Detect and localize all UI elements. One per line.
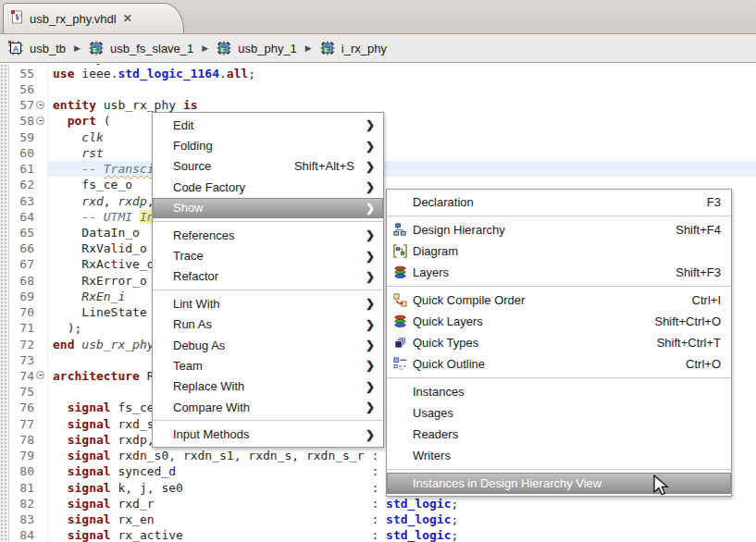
submenu-arrow-icon: ❯	[364, 428, 375, 441]
code-line-57[interactable]: 57entity usb_rx_phy is	[0, 97, 756, 113]
fold-margin	[34, 66, 48, 81]
line-number: 55	[9, 66, 34, 81]
code-line-83[interactable]: 83 signal rx_en : std_logic;	[0, 511, 756, 527]
menu-item-diagram[interactable]: Diagram	[387, 240, 731, 262]
fold-margin	[34, 384, 48, 400]
menu-item-replace-with[interactable]: Replace With❯	[153, 376, 383, 397]
menu-icon-placeholder	[392, 476, 407, 491]
menu-item-debug-as[interactable]: Debug As❯	[153, 335, 383, 355]
menu-item-folding[interactable]: Folding❯	[153, 135, 383, 155]
menu-item-usages[interactable]: Usages	[387, 402, 731, 424]
svg-text:A: A	[13, 44, 19, 54]
menu-item-shortcut: Shift+Alt+S	[294, 159, 354, 173]
code-text[interactable]: signal rx_en : std_logic;	[48, 511, 756, 527]
menu-item-quick-layers[interactable]: Quick LayersShift+Ctrl+O	[387, 311, 731, 332]
fold-margin	[34, 193, 48, 209]
menu-item-run-as[interactable]: Run As❯	[153, 314, 383, 335]
line-number: 61	[9, 161, 34, 177]
submenu-arrow-icon: ❯	[364, 297, 375, 310]
menu-item-team[interactable]: Team❯	[153, 355, 383, 376]
line-number: 73	[9, 352, 34, 368]
fold-margin	[34, 240, 48, 256]
fold-margin	[34, 511, 48, 527]
menu-icon-placeholder	[392, 427, 407, 442]
menu-item-references[interactable]: References❯	[153, 225, 383, 245]
menu-item-code-factory[interactable]: Code Factory❯	[153, 177, 383, 197]
menu-item-instances[interactable]: Instances	[387, 381, 731, 402]
diagram-icon	[392, 244, 407, 259]
line-number: 72	[9, 337, 34, 352]
menu-item-quick-outline[interactable]: Quick OutlineCtrl+O	[387, 353, 731, 375]
menu-separator	[387, 286, 731, 287]
menu-item-writers[interactable]: Writers	[387, 445, 731, 466]
fold-margin	[34, 289, 48, 304]
menu-item-declaration[interactable]: DeclarationF3	[387, 191, 731, 213]
menu-item-readers[interactable]: Readers	[387, 424, 731, 445]
menu-item-label: Quick Outline	[413, 357, 669, 371]
show-submenu: DeclarationF3Design HierarchyShift+F4Dia…	[386, 189, 732, 497]
code-text[interactable]	[48, 81, 756, 97]
menu-item-label: Declaration	[413, 195, 690, 209]
editor-tab[interactable]: V usb_rx_phy.vhdl ✕	[3, 3, 184, 33]
submenu-arrow-icon: ❯	[364, 318, 375, 331]
line-number: 77	[9, 416, 34, 432]
code-line-84[interactable]: 84 signal rx_active : std_logic;	[0, 527, 756, 542]
submenu-arrow-icon: ❯	[364, 202, 375, 215]
line-number: 68	[9, 273, 34, 289]
menu-item-label: Readers	[413, 427, 723, 441]
menu-item-label: Run As	[173, 317, 364, 331]
menu-item-lint-with[interactable]: Lint With❯	[153, 293, 383, 314]
submenu-arrow-icon: ❯	[364, 140, 375, 153]
menu-item-quick-compile-order[interactable]: Quick Compile OrderCtrl+I	[387, 289, 731, 311]
menu-separator	[387, 377, 731, 378]
menu-item-shortcut: Ctrl+I	[692, 293, 721, 307]
fold-collapse-icon[interactable]	[34, 113, 48, 129]
menu-icon-placeholder	[392, 406, 407, 421]
submenu-arrow-icon: ❯	[364, 339, 375, 351]
code-text[interactable]: signal rx_active : std_logic;	[48, 527, 756, 542]
fold-margin	[34, 320, 48, 336]
code-text[interactable]: use ieee.std_logic_1164.all;	[48, 66, 756, 81]
menu-item-label: Instances in Design Hierarchy View	[413, 476, 723, 490]
menu-item-label: Source	[173, 159, 278, 173]
menu-item-show[interactable]: Show❯	[153, 198, 383, 218]
tab-close-icon[interactable]: ✕	[123, 12, 132, 25]
menu-item-layers[interactable]: LayersShift+F3	[387, 262, 731, 283]
menu-item-shortcut: Shift+F3	[675, 265, 721, 279]
menu-item-refactor[interactable]: Refactor❯	[153, 266, 383, 287]
line-number: 78	[9, 432, 34, 448]
code-text[interactable]: signal rxd_r : std_logic;	[48, 496, 756, 511]
fold-collapse-icon[interactable]	[34, 368, 48, 384]
menu-separator	[387, 216, 731, 216]
menu-item-label: Input Methods	[173, 427, 364, 441]
menu-item-compare-with[interactable]: Compare With❯	[153, 397, 383, 417]
breadcrumb-item-usb-tb[interactable]: Ausb_tb	[8, 41, 66, 55]
submenu-arrow-icon: ❯	[364, 250, 375, 263]
entity-a-icon: A	[8, 41, 23, 55]
breadcrumb-item-i-rx-phy[interactable]: Ei_rx_phy	[320, 41, 387, 55]
code-line-82[interactable]: 82 signal rxd_r : std_logic;	[0, 496, 756, 511]
code-line-56[interactable]: 56	[0, 81, 756, 97]
menu-item-quick-types[interactable]: Quick TypesShift+Ctrl+T	[387, 332, 731, 353]
menu-item-instances-in-design-hierarchy-view[interactable]: Instances in Design Hierarchy View	[387, 473, 731, 494]
code-text[interactable]: entity usb_rx_phy is	[48, 97, 756, 113]
line-number: 79	[9, 448, 34, 463]
breadcrumb-item-usb-phy-1[interactable]: Eusb_phy_1	[217, 41, 297, 55]
menu-item-source[interactable]: SourceShift+Alt+S❯	[153, 156, 383, 177]
breadcrumb-label: usb_fs_slave_1	[110, 42, 193, 55]
menu-item-design-hierarchy[interactable]: Design HierarchyShift+F4	[387, 219, 731, 240]
design-hierarchy-icon	[392, 223, 407, 238]
breadcrumb-item-usb-fs-slave-1[interactable]: Eusb_fs_slave_1	[89, 41, 193, 55]
code-line-55[interactable]: 55use ieee.std_logic_1164.all;	[0, 66, 756, 81]
fold-margin	[34, 463, 48, 479]
layers-icon	[392, 314, 407, 329]
menu-item-shortcut: Shift+Ctrl+T	[657, 336, 721, 350]
menu-item-edit[interactable]: Edit❯	[153, 115, 383, 135]
submenu-arrow-icon: ❯	[364, 180, 375, 193]
fold-margin	[34, 448, 48, 463]
menu-item-trace[interactable]: Trace❯	[153, 245, 383, 265]
menu-item-input-methods[interactable]: Input Methods❯	[153, 424, 383, 444]
line-number: 82	[9, 496, 34, 511]
fold-collapse-icon[interactable]	[34, 97, 48, 113]
menu-item-label: Debug As	[173, 339, 364, 352]
